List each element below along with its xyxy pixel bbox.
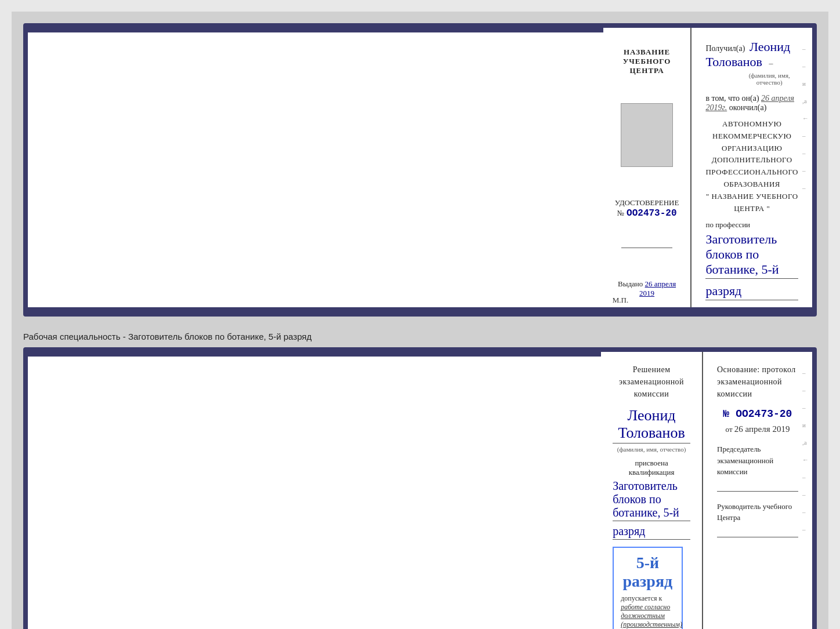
commission-title: Решением экзаменационной комиссии	[613, 363, 690, 400]
bottom-document: Решением экзаменационной комиссии Леонид…	[23, 347, 817, 629]
issued-label: Выдано	[618, 279, 643, 288]
issued-date: 26 апреля 2019	[639, 279, 676, 297]
rank-display: 5-й разряд	[621, 554, 674, 591]
top-bar	[28, 28, 603, 32]
qualification-value: Заготовитель блоков по ботанике, 5-й	[613, 479, 690, 521]
chairman-title: Председатель экзаменационной комиссии	[717, 443, 798, 478]
profession-label: по профессии	[705, 220, 798, 230]
org-line2: ДОПОЛНИТЕЛЬНОГО ПРОФЕССИОНАЛЬНОГО ОБРАЗО…	[705, 154, 798, 190]
allowed-text: работе согласно должностным (производств…	[621, 603, 682, 629]
chairman-sig-line	[717, 480, 798, 492]
received-label: Получил(а)	[705, 44, 745, 53]
training-center-title: НАЗВАНИЕ УЧЕБНОГО ЦЕНТРА	[615, 48, 679, 75]
basis-title: Основание: протокол экзаменационной коми…	[717, 363, 798, 400]
cert-label: УДОСТОВЕРЕНИЕ	[615, 198, 679, 208]
head-block: Руководитель учебного Центра	[717, 501, 798, 537]
from-label: от	[726, 425, 733, 434]
top-doc-right: Получил(а) Леонид Толованов – (фамилия, …	[691, 28, 812, 312]
org-block: АВТОНОМНУЮ НЕКОММЕРЧЕСКУЮ ОРГАНИЗАЦИЮ ДО…	[705, 118, 798, 214]
fio-subtitle-top: (фамилия, имя, отчество)	[740, 72, 798, 86]
profession-value: Заготовитель блоков по ботанике, 5-й	[705, 232, 798, 279]
org-line1: АВТОНОМНУЮ НЕКОММЕРЧЕСКУЮ ОРГАНИЗАЦИЮ	[705, 118, 798, 154]
top-doc-left: НАЗВАНИЕ УЧЕБНОГО ЦЕНТРА УДОСТОВЕРЕНИЕ №…	[603, 28, 692, 312]
specialty-label: Рабочая специальность - Заготовитель бло…	[23, 326, 817, 347]
bottom-bar	[28, 307, 812, 312]
side-marks: – – и ,а ← – – – –	[802, 45, 809, 191]
bottom-doc-right: Основание: протокол экзаменационной коми…	[703, 352, 812, 629]
date-confirm-line: в том, что он(а) 26 апреля 2019г. окончи…	[705, 94, 798, 112]
top-document: НАЗВАНИЕ УЧЕБНОГО ЦЕНТРА УДОСТОВЕРЕНИЕ №…	[23, 23, 817, 317]
confirm-end: окончил(а)	[729, 103, 767, 112]
from-date: 26 апреля 2019	[734, 424, 790, 434]
bottom-doc-left: Решением экзаменационной комиссии Леонид…	[601, 352, 703, 629]
head-sig-line	[717, 526, 798, 537]
person-name: Леонид Толованов	[613, 407, 690, 443]
confirm-text: в том, что он(а)	[705, 94, 759, 103]
mp-label: М.П.	[613, 296, 628, 305]
page-wrapper: НАЗВАНИЕ УЧЕБНОГО ЦЕНТРА УДОСТОВЕРЕНИЕ №…	[12, 12, 828, 629]
protocol-number: № OO2473-20	[717, 408, 798, 420]
head-title: Руководитель учебного Центра	[717, 501, 798, 523]
from-date-line: от 26 апреля 2019	[717, 424, 798, 434]
cert-number-block: УДОСТОВЕРЕНИЕ № OO2473-20	[615, 198, 679, 219]
cert-number: OO2473-20	[627, 208, 676, 219]
org-line3: " НАЗВАНИЕ УЧЕБНОГО ЦЕНТРА "	[705, 191, 798, 215]
bottom-top-bar	[28, 352, 601, 357]
fio-subtitle-bottom: (фамилия, имя, отчество)	[613, 446, 690, 453]
rank-value-top: разряд	[705, 283, 798, 300]
allowed-label: допускается к	[621, 594, 662, 602]
bottom-side-marks: – – – и ,а ← – – – –	[802, 369, 809, 533]
divider	[621, 248, 673, 248]
rank-box: 5-й разряд допускается к работе согласно…	[613, 547, 682, 629]
rank-value-bottom: разряд	[613, 525, 690, 540]
cert-number-prefix: №	[617, 209, 624, 217]
chairman-block: Председатель экзаменационной комиссии	[717, 443, 798, 492]
recipient-line: Получил(а) Леонид Толованов –	[705, 39, 798, 70]
qualification-label: присвоена квалификация	[613, 459, 690, 477]
photo-placeholder	[621, 103, 673, 167]
rank-description: допускается к работе согласно должностны…	[621, 594, 674, 629]
